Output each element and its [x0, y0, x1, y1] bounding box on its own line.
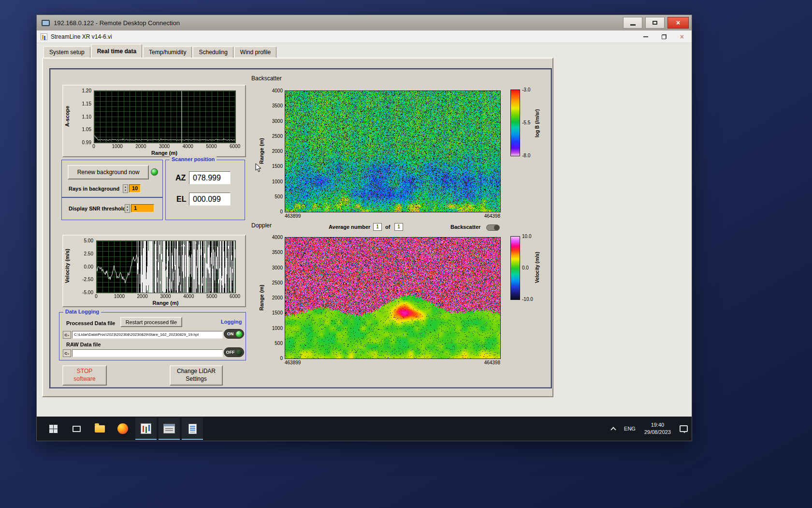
app-restore-icon[interactable]: [662, 34, 667, 39]
file-explorer-button[interactable]: [89, 418, 110, 440]
notification-center-icon[interactable]: [680, 425, 688, 432]
el-field[interactable]: 000.099: [189, 193, 231, 206]
change-line1: Change LiDAR: [177, 368, 216, 375]
average-number-field[interactable]: 1: [373, 223, 382, 231]
tick-label: 2000: [132, 144, 149, 149]
clock-time: 19:40: [644, 421, 671, 429]
tick-label: 3500: [263, 103, 283, 108]
tick-label: 1.10: [71, 114, 91, 120]
tick-label: 2500: [263, 134, 283, 139]
tab-scheduling[interactable]: Scheduling: [193, 46, 233, 58]
tick-label: 6000: [227, 144, 243, 149]
tick-label: 1000: [111, 294, 128, 299]
tick-label: 500: [263, 194, 283, 199]
app-minimize-icon[interactable]: [643, 36, 648, 37]
tab-wind-profile[interactable]: Wind profile: [234, 46, 276, 58]
folder-icon: ▸: [68, 352, 69, 355]
text-document-icon: [188, 424, 197, 434]
led-on-icon: [236, 331, 242, 337]
rdp-titlebar[interactable]: 192.168.0.122 - Remote Desktop Connectio…: [37, 15, 692, 30]
tick-label: 1.15: [71, 101, 91, 106]
spinner-up-icon[interactable]: ▲: [124, 185, 127, 189]
snr-spinner[interactable]: ▲▼: [125, 204, 130, 213]
tab-real-time-data[interactable]: Real time data: [91, 44, 142, 58]
streamline-app-button[interactable]: [135, 418, 157, 440]
task-view-button[interactable]: [66, 418, 87, 440]
tick-label: 2000: [263, 295, 283, 300]
tick-label: 3000: [158, 294, 174, 299]
firefox-button[interactable]: [112, 418, 133, 440]
start-button[interactable]: [43, 418, 64, 440]
language-indicator[interactable]: ENG: [624, 426, 636, 432]
rays-in-background-field[interactable]: 10: [129, 184, 141, 193]
renew-background-button[interactable]: Renew background now: [68, 165, 149, 179]
app-titlebar[interactable]: StreamLine XR v14-6.vi ×: [37, 30, 692, 43]
data-logging-box: Data Logging Processed Data file Restart…: [59, 312, 246, 360]
tick-label: -2.50: [71, 277, 93, 282]
off-label: OFF: [226, 350, 235, 355]
raw-path-field[interactable]: [72, 349, 223, 357]
rdp-maximize-button[interactable]: [645, 17, 665, 29]
rays-spinner[interactable]: ▲▼: [123, 184, 128, 193]
backsc atter-toggle[interactable]: [486, 224, 500, 231]
clock-date: 29/08/2023: [644, 429, 671, 436]
doppler-title: Doppler: [251, 222, 272, 229]
tab-temp-humidity[interactable]: Temp/humidity: [143, 46, 192, 58]
tick-label: 10.0: [522, 234, 538, 239]
processed-logging-toggle[interactable]: ON: [224, 329, 244, 339]
tick-label: 5000: [203, 144, 219, 149]
tick-label: 3500: [263, 250, 283, 255]
data-logging-title: Data Logging: [63, 309, 101, 314]
scanner-position-title: Scanner position: [170, 156, 217, 162]
raw-path-browse-button[interactable]: C▸: [63, 349, 71, 357]
rays-in-background-label: Rays in background: [69, 186, 119, 192]
taskbar: ENG 19:40 29/08/2023: [37, 417, 692, 441]
clock[interactable]: 19:40 29/08/2023: [644, 421, 671, 436]
az-field[interactable]: 078.999: [189, 171, 231, 184]
tick-label: -10.0: [522, 297, 538, 302]
doppler-colorbar: [510, 236, 520, 300]
processed-path-browse-button[interactable]: C▸: [63, 331, 71, 339]
scan-scheduler-button[interactable]: [159, 418, 180, 440]
streamline-app-icon: [141, 423, 151, 434]
snr-threshold-field[interactable]: 1: [131, 204, 154, 212]
restart-processed-file-button[interactable]: Restart processed file: [120, 317, 182, 327]
change-lidar-settings-button[interactable]: Change LiDAR Settings: [170, 365, 223, 386]
raw-data-file-label: RAW Data file: [66, 342, 101, 347]
logging-label: Logging: [221, 319, 242, 325]
labview-app-icon: [41, 33, 47, 40]
drive-letter: C: [65, 333, 68, 337]
backscatter-colorbar: [510, 90, 520, 156]
raw-logging-toggle[interactable]: OFF: [224, 347, 244, 357]
led-off-icon: [236, 349, 242, 356]
drive-letter: C: [65, 351, 68, 356]
tab-system-setup[interactable]: System setup: [44, 46, 90, 58]
velocity-plot-group: Velocity (m/s) Range (m) 5.002.500.00-2.…: [62, 235, 246, 307]
file-explorer-icon: [95, 425, 105, 433]
stop-software-button[interactable]: STOP software: [62, 365, 107, 386]
spinner-down-icon[interactable]: ▼: [126, 209, 129, 212]
tick-label: 0.0: [522, 265, 538, 270]
rdp-minimize-button[interactable]: [623, 17, 642, 29]
close-icon: ×: [676, 19, 680, 27]
el-label: EL: [176, 195, 186, 204]
ascope-axis-label: A-scope: [63, 90, 71, 143]
tray-expand-icon[interactable]: [610, 427, 616, 432]
tick-label: 1000: [263, 179, 283, 184]
minimize-icon: [630, 24, 636, 26]
tick-label: 1000: [109, 144, 126, 149]
backscatter-x-end: 464398: [478, 213, 500, 219]
spinner-up-icon[interactable]: ▲: [126, 205, 129, 209]
text-editor-button[interactable]: [182, 418, 203, 440]
renew-led-icon: [151, 168, 158, 176]
background-controls-box: Renew background now Rays in background …: [61, 160, 163, 197]
rdp-close-button[interactable]: ×: [667, 17, 689, 29]
app-close-icon[interactable]: ×: [680, 33, 684, 40]
average-of-field[interactable]: 1: [394, 223, 403, 231]
tick-label: 1.05: [71, 127, 91, 132]
processed-path-field[interactable]: C:\Lidar\Data\Proc\2023\202308\20230829\…: [72, 331, 223, 339]
spinner-down-icon[interactable]: ▼: [124, 189, 127, 192]
tick-label: 1.20: [71, 88, 91, 93]
ascope-plot: [94, 90, 236, 143]
tick-label: -3.0: [522, 87, 538, 92]
